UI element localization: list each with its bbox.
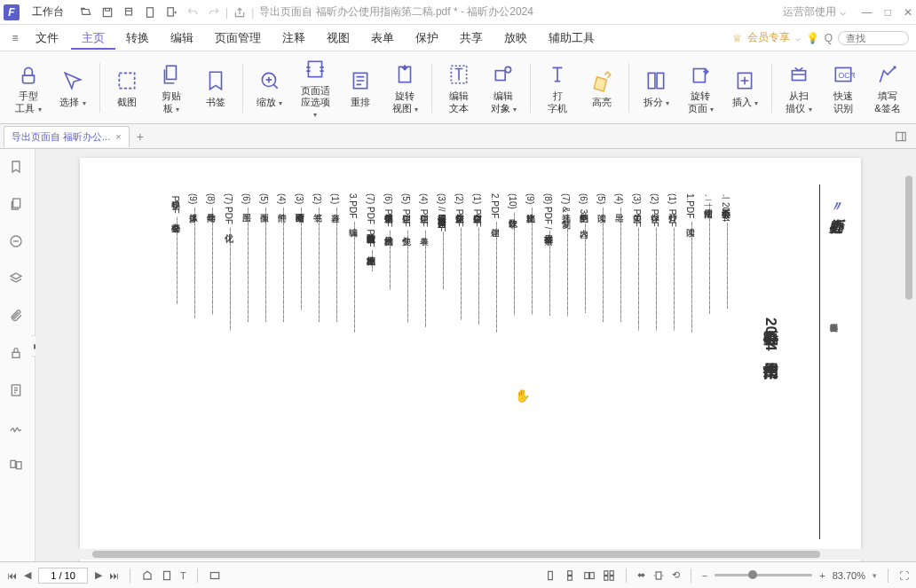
- ribbon-旋转-视图[interactable]: 旋转 视图 ▾: [383, 59, 426, 115]
- help-icon[interactable]: Q: [825, 32, 833, 44]
- ribbon-旋转-页面[interactable]: 旋转 页面 ▾: [679, 59, 722, 115]
- ribbon-书签[interactable]: 书签: [194, 65, 237, 110]
- ribbon-缩放[interactable]: 缩放 ▾: [249, 65, 291, 110]
- ribbon-打-字机[interactable]: 打 字机: [536, 59, 579, 115]
- ribbon-编辑-文本[interactable]: 编辑 文本: [438, 59, 480, 115]
- first-page-icon[interactable]: ⏮: [7, 570, 17, 581]
- view-page-icon[interactable]: [161, 569, 173, 582]
- svg-rect-41: [656, 571, 661, 578]
- svg-rect-33: [567, 570, 572, 575]
- share-icon[interactable]: [233, 6, 246, 19]
- svg-rect-14: [657, 73, 664, 88]
- menu-7[interactable]: 保护: [405, 27, 449, 48]
- last-page-icon[interactable]: ⏭: [109, 570, 119, 581]
- print-icon[interactable]: [122, 6, 135, 19]
- menu-file[interactable]: 文件: [25, 27, 69, 50]
- menu-9[interactable]: 放映: [494, 27, 538, 48]
- svg-rect-5: [167, 67, 177, 80]
- bookmark-icon[interactable]: [9, 160, 27, 177]
- view-text-icon[interactable]: T: [180, 570, 186, 581]
- view-fit-icon[interactable]: [209, 569, 221, 582]
- pages-icon[interactable]: [9, 197, 27, 215]
- toc-entry: (6) 文档中的 3D 内容··························…: [577, 193, 589, 548]
- toc-entry: 畅享 PDF 办公全家桶····························…: [169, 193, 181, 548]
- compare-icon[interactable]: [9, 458, 27, 475]
- new-tab-button[interactable]: +: [137, 129, 144, 144]
- ribbon-页面适-应选项[interactable]: 页面适 应选项 ▾: [293, 53, 337, 122]
- maximize-button[interactable]: □: [885, 6, 891, 19]
- svg-rect-28: [11, 460, 15, 467]
- menubar: ≡ 文件 主页转换编辑页面管理注释视图表单保护共享放映辅助工具 ♕ 会员专享 ⌵…: [0, 25, 916, 51]
- attachment-icon[interactable]: [9, 309, 27, 326]
- ribbon-填写-&签名[interactable]: 填写 &签名: [866, 59, 909, 115]
- vip-label[interactable]: 会员专享: [747, 30, 790, 45]
- toc-entry: (6) 从书签中创建 PDF 文档的目录····················…: [382, 193, 394, 548]
- search-input[interactable]: [838, 31, 909, 45]
- save-icon[interactable]: [101, 6, 114, 19]
- tab-close-icon[interactable]: ×: [115, 131, 121, 142]
- new-page-icon[interactable]: [165, 6, 178, 19]
- ribbon-高亮[interactable]: 高亮: [580, 65, 623, 110]
- facing-page-icon[interactable]: [583, 569, 596, 582]
- horizontal-scrollbar[interactable]: [39, 549, 902, 560]
- menu-hamburger-icon[interactable]: ≡: [7, 30, 23, 46]
- menu-0[interactable]: 主页: [71, 27, 115, 50]
- hand-cursor-icon: ✋: [515, 388, 530, 403]
- rotate-view-icon[interactable]: ⟲: [672, 569, 680, 581]
- menu-3[interactable]: 页面管理: [204, 27, 272, 48]
- layers-icon[interactable]: [9, 271, 27, 289]
- ribbon-快速-识别[interactable]: OCR快速 识别: [822, 59, 865, 115]
- svg-rect-29: [16, 462, 20, 469]
- fullscreen-icon[interactable]: ⛶: [899, 570, 909, 581]
- comment-icon[interactable]: [9, 234, 27, 252]
- vip-icon[interactable]: ♕: [732, 32, 742, 44]
- continuous-page-icon[interactable]: [564, 569, 576, 582]
- panel-toggle-icon[interactable]: [895, 130, 907, 143]
- zoom-out-icon[interactable]: −: [702, 570, 707, 581]
- toc-entry: (6) 图层··································…: [240, 193, 252, 548]
- ribbon-选择[interactable]: 选择 ▾: [51, 65, 94, 110]
- prev-page-icon[interactable]: ◀: [24, 569, 31, 581]
- menu-1[interactable]: 转换: [115, 27, 160, 48]
- ribbon-编辑-对象[interactable]: 编辑 对象 ▾: [482, 59, 525, 115]
- continuous-facing-icon[interactable]: [603, 569, 615, 582]
- menu-6[interactable]: 表单: [360, 27, 405, 48]
- menu-4[interactable]: 注释: [272, 27, 316, 48]
- ribbon-重排[interactable]: 重排: [339, 65, 382, 110]
- zoom-in-icon[interactable]: +: [819, 570, 825, 581]
- menu-5[interactable]: 视图: [316, 27, 360, 48]
- vertical-scrollbar[interactable]: [905, 174, 914, 555]
- department-dropdown[interactable]: 运营部使用 ⌵: [783, 4, 845, 20]
- ribbon-拆分[interactable]: 拆分 ▾: [635, 65, 677, 110]
- signature-icon[interactable]: [9, 420, 27, 438]
- single-page-icon[interactable]: [544, 569, 557, 582]
- undo-icon[interactable]: [186, 6, 199, 19]
- bulb-icon[interactable]: 💡: [806, 32, 819, 44]
- ribbon-截图[interactable]: 截图: [106, 65, 148, 110]
- lock-icon[interactable]: [9, 346, 27, 364]
- zoom-level[interactable]: 83.70%: [833, 570, 865, 581]
- fit-width-icon[interactable]: ⬌: [637, 569, 645, 581]
- ribbon-插入[interactable]: 插入 ▾: [723, 65, 766, 110]
- open-icon[interactable]: [80, 6, 92, 19]
- minimize-button[interactable]: —: [862, 6, 873, 19]
- menu-10[interactable]: 辅助工具: [538, 27, 605, 48]
- workspace-button[interactable]: 工作台: [25, 3, 71, 21]
- ribbon-剪贴-板[interactable]: 剪贴 板 ▾: [150, 59, 193, 115]
- redo-icon[interactable]: [208, 6, 220, 19]
- menu-8[interactable]: 共享: [449, 27, 494, 48]
- menu-2[interactable]: 编辑: [160, 27, 204, 48]
- fit-page-icon[interactable]: [652, 569, 665, 582]
- view-tool-icon[interactable]: [141, 569, 154, 582]
- page-icon[interactable]: [144, 6, 156, 19]
- form-icon[interactable]: [9, 383, 27, 401]
- ribbon-从扫-描仪[interactable]: 从扫 描仪 ▾: [778, 59, 820, 115]
- page-number-input[interactable]: [38, 568, 88, 584]
- svg-rect-37: [604, 570, 608, 575]
- document-canvas[interactable]: 〃福昕办公 福昕办公套件使用指南 福昕办公2024使用指南 一、关于福昕办公20…: [36, 149, 916, 561]
- zoom-slider[interactable]: [715, 574, 812, 576]
- next-page-icon[interactable]: ▶: [95, 569, 102, 581]
- ribbon-手型-工具[interactable]: 手型 工具 ▾: [7, 59, 50, 115]
- close-button[interactable]: ✕: [904, 6, 912, 19]
- document-tab[interactable]: 导出页面自 福昕办公... ×: [4, 126, 130, 147]
